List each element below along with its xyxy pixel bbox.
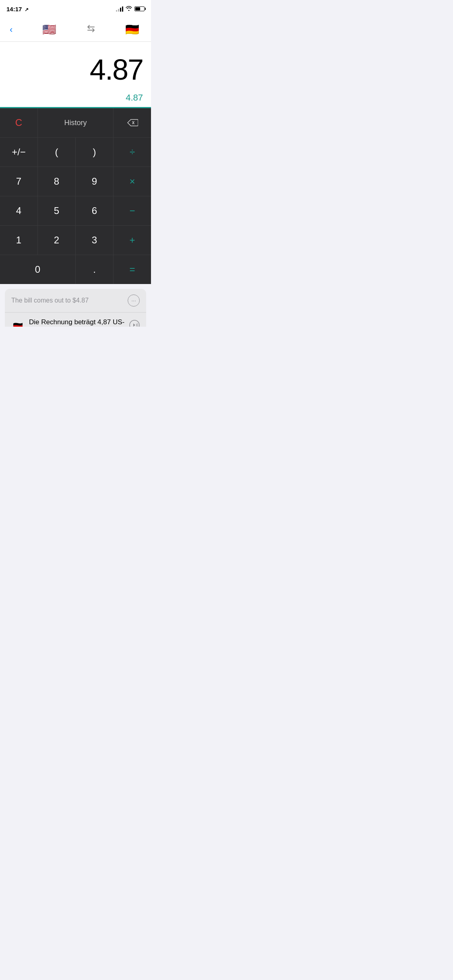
4-button[interactable]: 4: [0, 196, 37, 225]
translation-card: The bill comes out to $4.87 ··· 🇩🇪 Die R…: [5, 289, 146, 327]
status-icons: [116, 6, 145, 12]
main-number: 4.87: [90, 53, 143, 86]
0-button[interactable]: 0: [0, 255, 75, 284]
multiply-button[interactable]: ×: [114, 167, 151, 196]
subtract-button[interactable]: −: [114, 196, 151, 225]
dot-button[interactable]: .: [76, 255, 113, 284]
open-paren-button[interactable]: (: [38, 138, 75, 167]
speaker-button[interactable]: [129, 320, 140, 327]
status-bar: 14:17 ↗: [0, 0, 151, 18]
translated-row: 🇩🇪 Die Rechnung beträgt 4,87 US-Dollar: [5, 313, 146, 327]
target-flag[interactable]: 🇩🇪: [124, 21, 141, 39]
8-button[interactable]: 8: [38, 167, 75, 196]
divide-button[interactable]: ÷: [114, 138, 151, 167]
backspace-button[interactable]: [114, 108, 151, 137]
source-flag[interactable]: 🇺🇸: [41, 21, 58, 39]
add-button[interactable]: +: [114, 226, 151, 255]
calculator-grid: C History +/− ( ) ÷ 7 8 9 × 4 5 6 − 1 2 …: [0, 108, 151, 284]
close-paren-button[interactable]: ): [76, 138, 113, 167]
location-icon: ↗: [25, 7, 29, 12]
source-row: The bill comes out to $4.87 ···: [5, 289, 146, 313]
more-options-button[interactable]: ···: [128, 294, 140, 307]
6-button[interactable]: 6: [76, 196, 113, 225]
status-time: 14:17 ↗: [6, 6, 29, 12]
back-button[interactable]: ‹: [10, 25, 12, 35]
2-button[interactable]: 2: [38, 226, 75, 255]
source-text: The bill comes out to $4.87: [11, 297, 89, 304]
translated-row-inner: 🇩🇪 Die Rechnung beträgt 4,87 US-Dollar: [11, 318, 125, 327]
result-area: 4.87: [0, 90, 151, 108]
7-button[interactable]: 7: [0, 167, 37, 196]
1-button[interactable]: 1: [0, 226, 37, 255]
battery-icon: [134, 6, 145, 11]
equals-button[interactable]: =: [114, 255, 151, 284]
signal-bars-icon: [116, 6, 123, 12]
translated-text: Die Rechnung beträgt 4,87 US-Dollar: [29, 318, 125, 327]
wifi-icon: [126, 6, 132, 12]
swap-button[interactable]: [86, 24, 96, 35]
history-button[interactable]: History: [38, 108, 113, 137]
plus-minus-button[interactable]: +/−: [0, 138, 37, 167]
result-number: 4.87: [126, 93, 143, 103]
5-button[interactable]: 5: [38, 196, 75, 225]
3-button[interactable]: 3: [76, 226, 113, 255]
clear-button[interactable]: C: [0, 108, 37, 137]
translation-area: The bill comes out to $4.87 ··· 🇩🇪 Die R…: [0, 284, 151, 327]
header-nav: ‹ 🇺🇸 🇩🇪: [0, 18, 151, 42]
german-flag: 🇩🇪: [11, 320, 24, 327]
9-button[interactable]: 9: [76, 167, 113, 196]
display-area: 4.87: [0, 42, 151, 90]
